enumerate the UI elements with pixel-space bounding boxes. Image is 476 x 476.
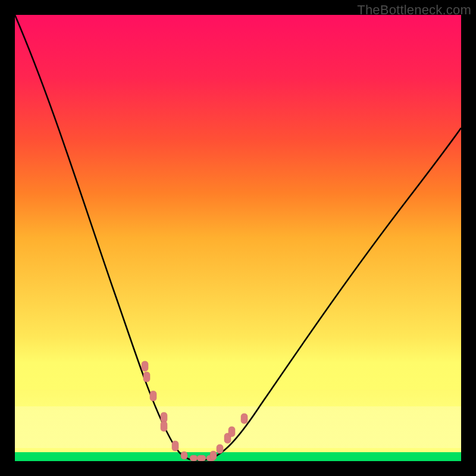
marker-dot bbox=[142, 361, 148, 371]
marker-dot bbox=[190, 455, 198, 461]
marker-dot bbox=[161, 421, 167, 431]
marker-dot bbox=[161, 412, 167, 422]
marker-dot bbox=[197, 455, 206, 461]
plot-area bbox=[15, 15, 461, 461]
marker-dot bbox=[217, 444, 223, 453]
attribution-text: TheBottleneck.com bbox=[357, 2, 471, 18]
curve-svg bbox=[15, 15, 461, 461]
right-marker-cluster bbox=[210, 414, 248, 460]
left-marker-cluster bbox=[142, 361, 198, 461]
marker-dot bbox=[241, 414, 248, 424]
marker-dot bbox=[210, 451, 217, 460]
marker-dot bbox=[228, 427, 235, 437]
outer-frame: TheBottleneck.com bbox=[0, 0, 476, 476]
marker-dot bbox=[150, 391, 156, 401]
bottleneck-curve bbox=[15, 15, 461, 460]
marker-dot bbox=[181, 452, 187, 459]
marker-dot bbox=[172, 441, 178, 451]
marker-dot bbox=[143, 372, 150, 382]
